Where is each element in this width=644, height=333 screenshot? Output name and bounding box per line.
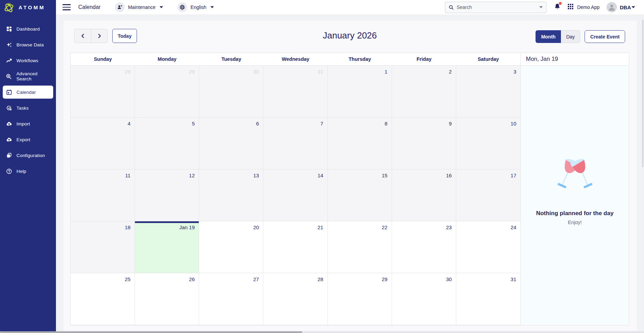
- language-switcher[interactable]: English: [177, 2, 214, 12]
- sidebar-item-tasks[interactable]: Tasks: [3, 101, 53, 114]
- day-panel-title: Mon, Jan 19: [521, 53, 629, 66]
- day-number: 26: [189, 276, 195, 282]
- week-row: 18Jan 192021222324: [71, 221, 520, 273]
- sidebar-item-import[interactable]: Import: [3, 117, 53, 130]
- app-switcher-button[interactable]: [567, 3, 574, 11]
- day-number: 18: [125, 224, 130, 230]
- day-number: 22: [382, 224, 388, 230]
- day-number: 2: [449, 69, 452, 75]
- calendar-day-cell[interactable]: 20: [199, 221, 263, 273]
- calendar-day-cell[interactable]: 29: [135, 66, 199, 118]
- calendar-day-cell[interactable]: 29: [328, 273, 392, 325]
- calendar-day-cell[interactable]: 3: [456, 66, 520, 118]
- calendar-day-cell[interactable]: 31: [263, 66, 327, 118]
- app-logo[interactable]: ATOMM: [0, 0, 56, 15]
- sidebar-item-label: Configuration: [16, 153, 45, 158]
- calendar-day-cell[interactable]: 1: [328, 66, 392, 118]
- day-number: 5: [192, 121, 195, 126]
- calendar-day-cell[interactable]: 23: [392, 221, 456, 273]
- sidebar-item-calendar[interactable]: Calendar: [3, 86, 53, 99]
- calendar-day-cell[interactable]: 14: [263, 169, 327, 221]
- calendar-day-cell[interactable]: 24: [456, 221, 520, 273]
- sidebar-item-advanced-search[interactable]: Advanced Search: [3, 70, 53, 83]
- dashboard-icon: [6, 26, 12, 32]
- calendar-day-cell[interactable]: 27: [199, 273, 263, 325]
- calendar-day-cell[interactable]: 18: [71, 221, 135, 273]
- calendar-day-cell[interactable]: 26: [135, 273, 199, 325]
- day-number: 14: [318, 173, 323, 178]
- day-number: 31: [510, 276, 516, 282]
- context-switcher[interactable]: Maintenance: [115, 2, 163, 12]
- calendar-day-cell[interactable]: 11: [71, 169, 135, 221]
- week-row: 11121314151617: [71, 169, 520, 221]
- sidebar: ATOMM DashboardBrowse DataWorkflowsAdvan…: [0, 0, 56, 333]
- calendar-day-cell[interactable]: 8: [328, 118, 392, 169]
- sidebar-item-export[interactable]: Export: [3, 133, 53, 146]
- vertical-scrollbar[interactable]: [642, 20, 644, 167]
- calendar-day-cell[interactable]: 5: [135, 118, 199, 169]
- calendar-day-cell[interactable]: 28: [263, 273, 327, 325]
- calendar-day-cell[interactable]: 30: [199, 66, 263, 118]
- calendar-day-cell[interactable]: 28: [71, 66, 135, 118]
- sidebar-item-configuration[interactable]: Configuration: [3, 149, 53, 162]
- vertical-scrollbar-track: [642, 15, 644, 331]
- sidebar-item-help[interactable]: Help: [3, 165, 53, 178]
- sidebar-item-label: Advanced Search: [16, 71, 53, 81]
- day-number: 25: [125, 276, 130, 282]
- calendar-day-cell[interactable]: 17: [456, 169, 520, 221]
- chevron-down-icon: [210, 6, 214, 8]
- day-number: 21: [318, 224, 323, 230]
- calendar-day-cell[interactable]: 30: [392, 273, 456, 325]
- calendar-day-cell[interactable]: 13: [199, 169, 263, 221]
- calendar-day-cell[interactable]: 21: [263, 221, 327, 273]
- avatar[interactable]: [607, 2, 617, 12]
- calendar-day-cell[interactable]: 16: [392, 169, 456, 221]
- layers-icon: [6, 152, 12, 158]
- user-menu[interactable]: DBA: [620, 4, 631, 10]
- calendar-day-cell[interactable]: 12: [135, 169, 199, 221]
- calendar-day-cell[interactable]: 6: [199, 118, 263, 169]
- sidebar-nav: DashboardBrowse DataWorkflowsAdvanced Se…: [0, 15, 56, 178]
- app-switcher-label: Demo App: [577, 4, 599, 10]
- calendar-day-cell[interactable]: 2: [392, 66, 456, 118]
- view-toggle-day[interactable]: Day: [561, 30, 580, 43]
- sidebar-item-workflows[interactable]: Workflows: [3, 54, 53, 67]
- sidebar-item-label: Browse Data: [16, 42, 44, 47]
- calendar-day-cell[interactable]: 7: [263, 118, 327, 169]
- day-number: Jan 19: [179, 224, 195, 230]
- horizontal-scrollbar[interactable]: [0, 331, 302, 333]
- day-number: 29: [382, 276, 388, 282]
- search-placeholder: Search: [457, 4, 536, 10]
- user-gear-icon: [115, 2, 125, 12]
- globe-icon: [177, 2, 187, 12]
- calendar-day-cell[interactable]: Jan 19: [135, 221, 199, 273]
- calendar-day-cell[interactable]: 9: [392, 118, 456, 169]
- weekday-header-row: SundayMondayTuesdayWednesdayThursdayFrid…: [71, 53, 520, 66]
- weekday-header: Friday: [392, 53, 456, 65]
- calendar-day-cell[interactable]: 22: [328, 221, 392, 273]
- menu-toggle-icon[interactable]: [62, 4, 71, 10]
- avatar-icon: [607, 2, 617, 12]
- search-input[interactable]: Search: [445, 2, 547, 13]
- day-number: 7: [320, 121, 323, 126]
- sidebar-item-label: Tasks: [16, 106, 29, 111]
- month-grid: SundayMondayTuesdayWednesdayThursdayFrid…: [70, 53, 520, 325]
- calendar-day-cell[interactable]: 10: [456, 118, 520, 169]
- sidebar-item-dashboard[interactable]: Dashboard: [3, 22, 53, 35]
- calendar-day-cell[interactable]: 15: [328, 169, 392, 221]
- day-panel-body: Nothing planned for the day Enjoy!: [521, 66, 629, 325]
- calendar-day-cell[interactable]: 31: [456, 273, 520, 325]
- week-row: 45678910: [71, 118, 520, 169]
- sidebar-item-browse-data[interactable]: Browse Data: [3, 38, 53, 51]
- cloud-download-icon: [6, 121, 12, 127]
- help-circle-icon: [6, 168, 12, 174]
- calendar-day-cell[interactable]: 4: [71, 118, 135, 169]
- notifications-button[interactable]: [554, 3, 561, 11]
- calendar-icon: [6, 89, 12, 95]
- day-number: 1: [384, 69, 387, 75]
- calendar-day-cell[interactable]: 25: [71, 273, 135, 325]
- create-event-button[interactable]: Create Event: [585, 30, 625, 43]
- day-number: 24: [510, 224, 516, 230]
- view-toggle-month[interactable]: Month: [536, 30, 561, 43]
- weekday-header: Monday: [135, 53, 199, 65]
